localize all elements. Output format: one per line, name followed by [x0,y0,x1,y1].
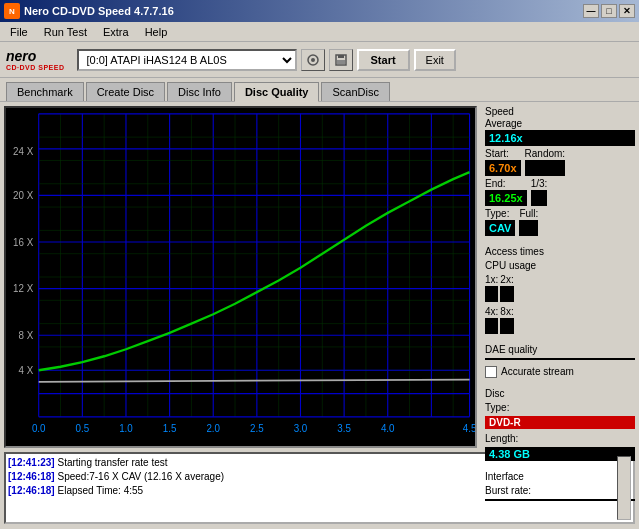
svg-text:4.5: 4.5 [463,423,475,434]
close-button[interactable]: ✕ [619,4,635,18]
chart-container: 24 X 20 X 16 X 12 X 8 X 4 X 32 28 24 20 … [4,106,477,448]
cpu-1x-label: 1x: [485,274,498,285]
access-full-label: Full: [519,208,538,219]
disc-type-value: DVD-R [485,416,635,429]
svg-text:1.0: 1.0 [119,423,133,434]
start-button[interactable]: Start [357,49,410,71]
svg-rect-3 [338,55,344,58]
nero-logo: nero CD·DVD SPEED [6,48,65,71]
speed-start-label: Start: [485,148,521,159]
main-content: 24 X 20 X 16 X 12 X 8 X 4 X 32 28 24 20 … [0,101,639,452]
menu-help[interactable]: Help [139,24,174,40]
chart-inner: 24 X 20 X 16 X 12 X 8 X 4 X 32 28 24 20 … [6,108,475,446]
speed-start-value: 6.70x [485,160,521,176]
log-entry-2: [12:46:18] Elapsed Time: 4:55 [8,484,615,498]
cpu-2x-value [500,286,513,302]
access-onethird-value [531,190,548,206]
dae-quality-label: DAE quality [485,344,635,355]
log-area: [12:41:23] Starting transfer rate test [… [4,452,635,524]
svg-text:12 X: 12 X [13,283,33,294]
window-title: Nero CD-DVD Speed 4.7.7.16 [24,5,174,17]
app-icon: N [4,3,20,19]
speed-type-label: Type: [485,208,515,219]
nero-logo-bottom: CD·DVD SPEED [6,64,65,71]
speed-label: Speed [485,106,635,117]
log-scrollbar[interactable] [617,456,631,520]
maximize-button[interactable]: □ [601,4,617,18]
log-text-2: Elapsed Time: 4:55 [57,485,143,496]
log-content: [12:41:23] Starting transfer rate test [… [8,456,615,520]
dae-quality-value [485,358,635,360]
tab-disc-info[interactable]: Disc Info [167,82,232,101]
access-times-label: Access times [485,246,635,257]
drive-selector[interactable]: [0:0] ATAPI iHAS124 B AL0S [77,49,297,71]
speed-type-value: CAV [485,220,515,236]
menu-extra[interactable]: Extra [97,24,135,40]
speed-average-value: 12.16x [485,130,635,146]
accurate-stream-row: Accurate stream [485,366,635,378]
speed-average-label: Average [485,118,635,129]
menu-run-test[interactable]: Run Test [38,24,93,40]
speed-end-label: End: [485,178,527,189]
svg-text:2.5: 2.5 [250,423,264,434]
disc-label: Disc [485,388,635,399]
access-full-value [519,220,538,236]
options-icon-button[interactable] [301,49,325,71]
svg-point-1 [311,58,315,62]
right-panel: Speed Average 12.16x Start: 6.70x Random… [481,102,639,452]
title-bar: N Nero CD-DVD Speed 4.7.7.16 — □ ✕ [0,0,639,22]
tab-scan-disc[interactable]: ScanDisc [321,82,389,101]
log-entry-1: [12:46:18] Speed:7-16 X CAV (12.16 X ave… [8,470,615,484]
window-controls: — □ ✕ [583,4,635,18]
exit-button[interactable]: Exit [414,49,456,71]
access-onethird-label: 1/3: [531,178,548,189]
log-entry-0: [12:41:23] Starting transfer rate test [8,456,615,470]
cpu-4x-label: 4x: [485,306,498,317]
cpu-8x-value [500,318,513,334]
svg-text:16 X: 16 X [13,236,33,247]
accurate-stream-checkbox[interactable] [485,366,497,378]
log-time-1: [12:46:18] [8,471,55,482]
access-random-label: Random: [525,148,566,159]
tab-benchmark[interactable]: Benchmark [6,82,84,101]
access-random-value [525,160,566,176]
disc-type-label: Type: [485,402,635,413]
svg-text:4.0: 4.0 [381,423,395,434]
nero-logo-top: nero [6,48,36,64]
svg-text:3.5: 3.5 [337,423,351,434]
cpu-4x-value [485,318,498,334]
svg-text:1.5: 1.5 [163,423,177,434]
tab-bar: Benchmark Create Disc Disc Info Disc Qua… [0,78,639,101]
minimize-button[interactable]: — [583,4,599,18]
save-icon-button[interactable] [329,49,353,71]
cpu-usage-label: CPU usage [485,260,635,271]
svg-text:24 X: 24 X [13,145,33,156]
svg-rect-4 [337,60,345,64]
toolbar: nero CD·DVD SPEED [0:0] ATAPI iHAS124 B … [0,42,639,78]
speed-section: Speed Average 12.16x Start: 6.70x Random… [485,106,635,238]
menu-file[interactable]: File [4,24,34,40]
svg-text:8 X: 8 X [19,329,34,340]
svg-text:0.0: 0.0 [32,423,46,434]
speed-end-value: 16.25x [485,190,527,206]
svg-text:4 X: 4 X [19,364,34,375]
chart-svg: 24 X 20 X 16 X 12 X 8 X 4 X 32 28 24 20 … [6,108,475,446]
svg-text:20 X: 20 X [13,190,33,201]
tab-disc-quality[interactable]: Disc Quality [234,82,320,102]
cpu-8x-label: 8x: [500,306,513,317]
svg-text:0.5: 0.5 [76,423,90,434]
svg-text:2.0: 2.0 [206,423,220,434]
accurate-stream-label: Accurate stream [501,366,574,377]
svg-text:3.0: 3.0 [294,423,308,434]
cpu-1x-value [485,286,498,302]
tab-create-disc[interactable]: Create Disc [86,82,165,101]
log-text-1: Speed:7-16 X CAV (12.16 X average) [57,471,224,482]
menu-bar: File Run Test Extra Help [0,22,639,42]
cpu-2x-label: 2x: [500,274,513,285]
log-time-2: [12:46:18] [8,485,55,496]
disc-length-label: Length: [485,433,635,444]
log-text-0: Starting transfer rate test [57,457,167,468]
log-time-0: [12:41:23] [8,457,55,468]
